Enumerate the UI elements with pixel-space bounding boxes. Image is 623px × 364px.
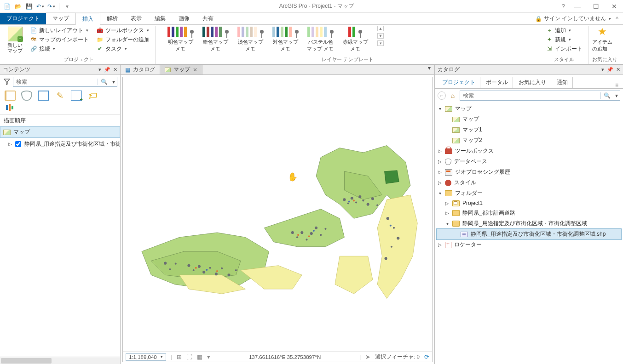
tree-node-folder[interactable]: ▾フォルダー <box>437 188 621 199</box>
tree-node-db[interactable]: ▷データベース <box>437 156 621 167</box>
tab-project[interactable]: プロジェクト <box>0 13 46 24</box>
refresh-icon[interactable]: ⟳ <box>424 353 429 360</box>
close-button[interactable]: ✕ <box>608 3 620 10</box>
task-button[interactable]: ✔タスク▾ <box>94 44 151 53</box>
qat-new-icon[interactable]: 📄 <box>3 3 11 10</box>
tree-node-maps[interactable]: ▾マップ <box>437 103 621 114</box>
tree-node-toolbox[interactable]: ▷ツールボックス <box>437 146 621 156</box>
memo-scroll-down[interactable]: ▼ <box>377 33 384 39</box>
contents-map-node[interactable]: マップ <box>0 126 120 138</box>
list-by-drawing-icon[interactable] <box>5 91 16 101</box>
contents-layer-item[interactable]: ▷ 静岡県_用途指定及び市街化区域・市街化 <box>0 138 120 150</box>
svg-point-26 <box>164 262 167 265</box>
qat-undo-icon[interactable]: ↶▾ <box>36 3 44 10</box>
qat-redo-icon[interactable]: ↷▾ <box>47 3 55 10</box>
qat-open-icon[interactable]: 📂 <box>14 3 22 10</box>
tab-share[interactable]: 共有 <box>196 13 220 24</box>
minimize-button[interactable]: — <box>571 3 583 10</box>
tab-insert[interactable]: 挿入 <box>75 13 100 25</box>
new-layout-button[interactable]: 📄新しいレイアウト▾ <box>28 26 91 35</box>
map-canvas[interactable]: ✋ <box>122 77 433 352</box>
tree-map-item[interactable]: マップ1 <box>437 125 621 135</box>
maximize-button[interactable]: ☐ <box>590 3 602 10</box>
catalog-tab-project[interactable]: プロジェクト <box>438 77 480 88</box>
panel-pin-icon[interactable]: 📌 <box>607 67 613 73</box>
signin-status[interactable]: 🔒 サイン インしていません ▾ ^ <box>531 13 623 24</box>
nav-home-icon[interactable]: ⌂ <box>449 91 457 100</box>
panel-dropdown-icon[interactable]: ▾ <box>601 67 604 73</box>
list-by-edit-icon[interactable]: ✎ <box>54 91 65 101</box>
tab-edit[interactable]: 編集 <box>148 13 172 24</box>
memo-dark-button[interactable]: 暗色マップ メモ <box>199 26 232 52</box>
close-tab-icon[interactable]: ✕ <box>193 67 197 73</box>
snap-icon[interactable]: ⛶ <box>186 353 192 360</box>
tree-node-locator[interactable]: ▷ロケーター <box>437 239 621 250</box>
chart-icon[interactable] <box>5 102 16 113</box>
doc-tab-catalog[interactable]: ▦ カタログ <box>121 65 160 74</box>
catalog-tab-notify[interactable]: 通知 <box>552 77 573 88</box>
qat-save-icon[interactable]: 💾 <box>25 3 33 10</box>
memo-paired-button[interactable]: 対色マップ メモ <box>269 26 302 52</box>
tree-node-style[interactable]: ▷スタイル <box>437 177 621 188</box>
svg-point-36 <box>195 267 197 269</box>
add-folder-button[interactable]: 📁フォルダーの追加 <box>94 35 151 44</box>
qat-customize-icon[interactable]: ▾ <box>63 3 71 10</box>
new-map-button[interactable]: 新しい マップ <box>6 26 24 54</box>
scale-selector[interactable]: 1:1,189,040▾ <box>126 353 166 361</box>
add-item-button[interactable]: ★ アイテム の追加 <box>592 26 612 52</box>
tree-folder-item[interactable]: ▾静岡県_用途指定及び市街化区域・市街化調整区域 <box>437 218 621 229</box>
grid-icon[interactable]: ▦ <box>197 353 202 360</box>
catalog-search-input[interactable] <box>460 92 600 99</box>
tree-node-gp[interactable]: ▷ジオプロセシング履歴 <box>437 167 621 177</box>
contents-search-input[interactable] <box>13 79 98 85</box>
list-by-snap-icon[interactable] <box>71 91 82 101</box>
memo-light-button[interactable]: 明色マップ メモ <box>164 26 197 52</box>
panel-close-icon[interactable]: ✕ <box>113 67 117 73</box>
list-by-label-icon[interactable]: 🏷 <box>87 91 98 101</box>
connect-button[interactable]: 🔗接続▾ <box>28 44 91 53</box>
layer-visibility-checkbox[interactable] <box>15 141 21 147</box>
map-icon <box>452 117 460 122</box>
memo-scroll-up[interactable]: ▲ <box>377 26 384 31</box>
search-dropdown-icon[interactable]: ▾ <box>110 79 117 85</box>
panel-close-icon[interactable]: ✕ <box>616 67 620 73</box>
expand-icon[interactable]: ▷ <box>8 142 12 147</box>
tree-folder-item[interactable]: ▷静岡県_都市計画道路 <box>437 208 621 218</box>
search-icon[interactable]: 🔍 <box>98 79 110 85</box>
add-bookmark-icon[interactable]: ⊞ <box>177 353 182 360</box>
filter-icon[interactable] <box>3 78 11 86</box>
status-dropdown-icon[interactable]: ▾ <box>207 353 210 360</box>
catalog-menu-icon[interactable]: ≡ <box>613 82 620 88</box>
memo-rg-button[interactable]: 赤緑マップ メモ <box>339 26 372 52</box>
toolbox-button[interactable]: 🧰ツールボックス▾ <box>94 26 151 35</box>
import-map-button[interactable]: 🗺マップのインポート <box>28 35 91 44</box>
contents-hscroll[interactable] <box>0 357 120 364</box>
tree-map-item[interactable]: マップ <box>437 114 621 125</box>
map-icon <box>445 106 452 112</box>
tree-folder-item[interactable]: ▷Project1 <box>437 199 621 208</box>
tab-image[interactable]: 画像 <box>172 13 196 24</box>
catalog-tab-portal[interactable]: ポータル <box>481 77 513 88</box>
doc-tab-map[interactable]: マップ ✕ <box>160 65 202 74</box>
nav-back-icon[interactable]: ← <box>438 91 446 100</box>
style-import-button[interactable]: ⇲インポート <box>544 44 584 53</box>
memo-expand[interactable]: ▾ <box>377 40 384 46</box>
panel-dropdown-icon[interactable]: ▾ <box>98 67 101 73</box>
tab-analysis[interactable]: 解析 <box>100 13 124 24</box>
style-add-button[interactable]: ＋追加▾ <box>544 26 584 35</box>
help-icon[interactable]: ? <box>562 3 565 10</box>
list-by-selection-icon[interactable] <box>38 91 49 101</box>
tree-map-item[interactable]: マップ2 <box>437 135 621 146</box>
panel-pin-icon[interactable]: 📌 <box>104 67 110 73</box>
tab-map[interactable]: マップ <box>46 13 75 24</box>
memo-pastel-button[interactable]: パステル色 マップ メモ <box>304 26 337 52</box>
doc-tabs-dropdown-icon[interactable]: ▾ <box>424 65 434 74</box>
memo-pale-button[interactable]: 淡色マップ メモ <box>234 26 267 52</box>
catalog-tab-fav[interactable]: お気に入り <box>514 77 551 88</box>
search-icon[interactable]: 🔍 <box>600 92 613 99</box>
style-new-button[interactable]: ✦新規▾ <box>544 35 584 44</box>
search-dropdown-icon[interactable]: ▾ <box>613 92 620 99</box>
list-by-source-icon[interactable] <box>21 91 32 101</box>
tab-view[interactable]: 表示 <box>124 13 148 24</box>
tree-shp-item[interactable]: 静岡県_用途指定及び市街化区域・市街化調整区域.shp <box>437 229 621 239</box>
